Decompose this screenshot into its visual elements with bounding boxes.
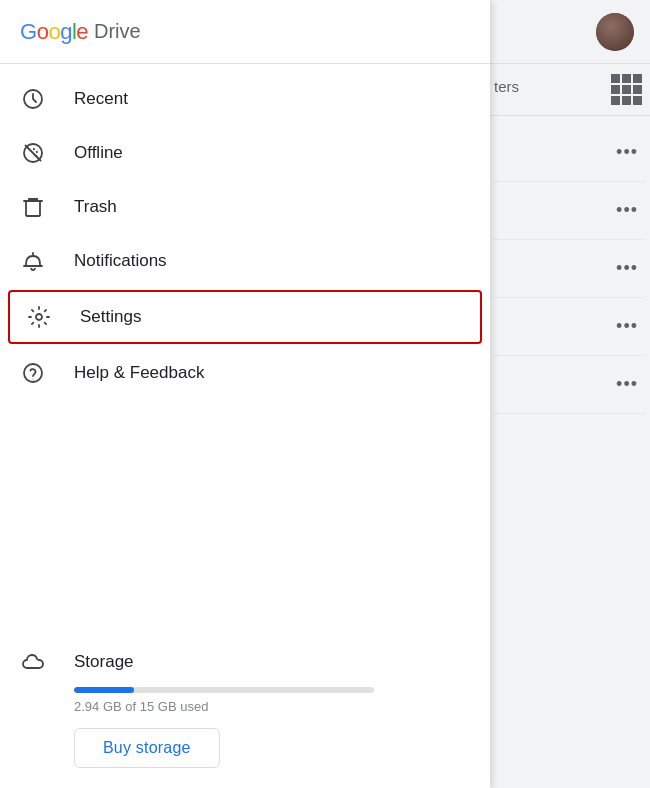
list-item: ••• bbox=[494, 298, 646, 356]
storage-bar-background bbox=[74, 687, 374, 693]
sidebar-item-label-recent: Recent bbox=[74, 89, 128, 109]
sidebar-item-notifications[interactable]: Notifications bbox=[0, 234, 490, 288]
svg-line-2 bbox=[26, 146, 41, 161]
sidebar-item-label-help: Help & Feedback bbox=[74, 363, 204, 383]
grid-view-icon[interactable] bbox=[611, 74, 642, 105]
list-item: ••• bbox=[494, 182, 646, 240]
storage-bar-container bbox=[74, 687, 470, 693]
sidebar-item-trash[interactable]: Trash bbox=[0, 180, 490, 234]
buy-storage-button[interactable]: Buy storage bbox=[74, 728, 220, 768]
gear-icon bbox=[26, 304, 52, 330]
bell-icon bbox=[20, 248, 46, 274]
svg-rect-3 bbox=[26, 201, 40, 216]
offline-icon bbox=[20, 140, 46, 166]
more-options-icon-2[interactable]: ••• bbox=[616, 200, 638, 221]
more-options-icon-3[interactable]: ••• bbox=[616, 258, 638, 279]
menu-list: Recent Offline Trash bbox=[0, 64, 490, 635]
cloud-icon bbox=[20, 649, 46, 675]
sidebar-menu: Google Drive Recent Offline bbox=[0, 0, 490, 788]
right-list: ••• ••• ••• ••• ••• bbox=[490, 116, 650, 788]
storage-section: Storage 2.94 GB of 15 GB used Buy storag… bbox=[0, 635, 490, 788]
sidebar-item-label-offline: Offline bbox=[74, 143, 123, 163]
right-panel: ters ••• ••• ••• bbox=[490, 0, 650, 788]
avatar-image bbox=[596, 13, 634, 51]
sidebar-item-offline[interactable]: Offline bbox=[0, 126, 490, 180]
sidebar-item-label-trash: Trash bbox=[74, 197, 117, 217]
trash-icon bbox=[20, 194, 46, 220]
more-options-icon-4[interactable]: ••• bbox=[616, 316, 638, 337]
svg-point-7 bbox=[33, 379, 34, 380]
storage-bar-fill bbox=[74, 687, 134, 693]
google-logo: Google bbox=[20, 19, 88, 45]
sidebar-item-label-settings: Settings bbox=[80, 307, 141, 327]
sidebar-item-recent[interactable]: Recent bbox=[0, 72, 490, 126]
avatar[interactable] bbox=[596, 13, 634, 51]
storage-label: Storage bbox=[74, 652, 134, 672]
sidebar-item-label-notifications: Notifications bbox=[74, 251, 167, 271]
sidebar-header: Google Drive bbox=[0, 0, 490, 64]
drive-label: Drive bbox=[94, 20, 141, 43]
list-item: ••• bbox=[494, 356, 646, 414]
list-item: ••• bbox=[494, 124, 646, 182]
storage-header: Storage bbox=[20, 649, 470, 675]
partial-filter-text: ters bbox=[494, 78, 519, 95]
more-options-icon-5[interactable]: ••• bbox=[616, 374, 638, 395]
sidebar-item-settings[interactable]: Settings bbox=[8, 290, 482, 344]
sidebar-item-help[interactable]: Help & Feedback bbox=[0, 346, 490, 400]
more-options-icon-1[interactable]: ••• bbox=[616, 142, 638, 163]
storage-used-text: 2.94 GB of 15 GB used bbox=[74, 699, 470, 714]
list-item: ••• bbox=[494, 240, 646, 298]
svg-point-5 bbox=[36, 314, 42, 320]
right-header bbox=[490, 0, 650, 64]
help-icon bbox=[20, 360, 46, 386]
clock-icon bbox=[20, 86, 46, 112]
